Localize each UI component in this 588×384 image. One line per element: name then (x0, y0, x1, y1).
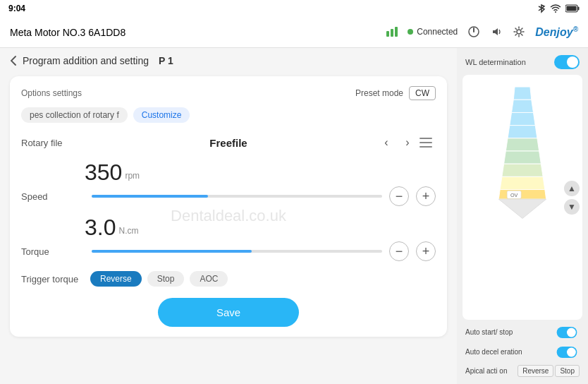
trigger-label: Trigger torque (21, 274, 85, 284)
nav-arrows: ‹ › (378, 134, 416, 151)
save-button[interactable]: Save (158, 298, 299, 327)
svg-marker-6 (513, 87, 531, 100)
auto-start-row: Auto start/ stop (463, 324, 582, 341)
speed-slider-row: Speed − + (21, 186, 436, 206)
cone-visualization: OV (487, 80, 558, 222)
connected-label: Connected (417, 27, 458, 37)
status-bar: 9:04 (0, 0, 588, 17)
svg-text:OV: OV (510, 192, 518, 198)
cone-down-btn[interactable]: ▼ (564, 199, 580, 215)
wl-label: WL determination (465, 58, 526, 66)
auto-decel-label: Auto decel eration (465, 348, 554, 356)
apical-btns: Reverse Stop (517, 365, 580, 377)
speed-steppers: − + (389, 186, 436, 206)
svg-marker-13 (500, 176, 545, 189)
preset-row: Preset mode CW (355, 86, 436, 100)
speed-label: Speed (21, 191, 85, 202)
settings-card: Options settings Preset mode CW pes coll… (10, 76, 447, 337)
torque-decrease-btn[interactable]: − (389, 241, 409, 261)
speed-value: 350 (85, 161, 122, 184)
torque-value-display: 3.0 N.cm (85, 216, 436, 239)
panel-title-text: Program addition and setting (23, 55, 149, 66)
torque-section: 3.0 N.cm Torque − + (21, 216, 436, 261)
options-label: Options settings (21, 88, 82, 98)
connected-badge: Connected (408, 27, 458, 37)
svg-marker-15 (498, 199, 546, 218)
cone-up-btn[interactable]: ▲ (564, 181, 580, 196)
torque-steppers: − + (389, 241, 436, 261)
rotary-file-row: Rotary file Freefile ‹ › (21, 133, 436, 152)
svg-point-5 (517, 30, 521, 34)
back-arrow-icon[interactable] (10, 56, 17, 66)
preset-value: CW (409, 86, 436, 100)
rotary-label: Rotary file (21, 138, 85, 148)
speed-value-display: 350 rpm (85, 161, 436, 184)
program-badge: P 1 (159, 55, 173, 66)
speed-unit: rpm (125, 171, 140, 184)
header-icons: Connected Denjoy® (386, 25, 578, 39)
preset-label: Preset mode (355, 88, 403, 98)
tab-pes[interactable]: pes collection of rotary f (21, 107, 128, 123)
torque-increase-btn[interactable]: + (416, 241, 436, 261)
volume-icon[interactable] (490, 25, 503, 38)
status-icons (537, 4, 580, 13)
apical-reverse-btn[interactable]: Reverse (517, 365, 553, 377)
speed-slider[interactable] (92, 195, 382, 198)
svg-rect-2 (578, 7, 580, 11)
trigger-reverse-btn[interactable]: Reverse (90, 271, 142, 287)
trigger-torque-row: Trigger torque Reverse Stop AOC (21, 271, 436, 287)
header-title: Meta Motor NO.3 6A1DD8 (10, 27, 381, 38)
tab-row: pes collection of rotary f Customize (21, 107, 436, 123)
apical-row: Apical acti on Reverse Stop (463, 364, 582, 378)
svg-marker-9 (508, 126, 537, 138)
header: Meta Motor NO.3 6A1DD8 Connected Denjoy® (0, 17, 588, 48)
trigger-stop-btn[interactable]: Stop (147, 271, 185, 287)
cone-nav: ▲ ▼ (564, 181, 580, 215)
svg-rect-3 (567, 6, 577, 11)
auto-decel-row: Auto decel eration (463, 344, 582, 361)
connected-dot (408, 29, 413, 35)
svg-marker-12 (502, 164, 543, 176)
svg-marker-14 (498, 190, 546, 200)
next-rotary-btn[interactable]: › (399, 134, 416, 151)
rotary-value: Freefile (85, 137, 372, 149)
auto-decel-toggle[interactable] (557, 347, 577, 358)
torque-fill (92, 250, 252, 253)
speed-fill (92, 195, 208, 198)
svg-marker-8 (510, 112, 535, 125)
options-row: Options settings Preset mode CW (21, 86, 436, 100)
torque-label: Torque (21, 246, 85, 257)
brand-logo: Denjoy® (535, 25, 578, 39)
bluetooth-icon (537, 4, 546, 13)
torque-slider-row: Torque − + (21, 241, 436, 261)
status-time: 9:04 (8, 4, 25, 13)
panel-title: Program addition and setting P 1 (10, 55, 447, 66)
wl-row: WL determination (463, 54, 582, 71)
apical-stop-btn[interactable]: Stop (555, 365, 580, 377)
svg-marker-7 (512, 100, 534, 112)
prev-rotary-btn[interactable]: ‹ (378, 134, 395, 151)
wifi-icon (550, 4, 561, 13)
speed-decrease-btn[interactable]: − (389, 186, 409, 206)
speed-section: 350 rpm Speed − + (21, 161, 436, 206)
torque-unit: N.cm (118, 226, 138, 239)
trigger-aoc-btn[interactable]: AOC (190, 271, 228, 287)
torque-value: 3.0 (85, 216, 116, 239)
bottom-controls: Auto start/ stop Auto decel eration Apic… (463, 324, 582, 378)
tab-customize[interactable]: Customize (133, 107, 190, 123)
right-panel: WL determination (457, 48, 588, 384)
speed-increase-btn[interactable]: + (416, 186, 436, 206)
torque-slider[interactable] (92, 250, 382, 253)
auto-start-label: Auto start/ stop (465, 328, 554, 337)
auto-start-toggle[interactable] (557, 327, 577, 338)
svg-marker-10 (506, 138, 539, 151)
battery-icon (565, 4, 580, 13)
wl-toggle[interactable] (554, 55, 580, 69)
apical-label: Apical acti on (465, 367, 517, 376)
power-icon[interactable] (467, 25, 480, 38)
gear-icon[interactable] (513, 25, 525, 38)
menu-icon[interactable] (416, 133, 436, 152)
signal-bars-icon (386, 27, 398, 37)
file-visual: OV ▲ ▼ (463, 75, 582, 320)
main-container: Dentaldeal.co.uk Program addition and se… (0, 48, 588, 384)
